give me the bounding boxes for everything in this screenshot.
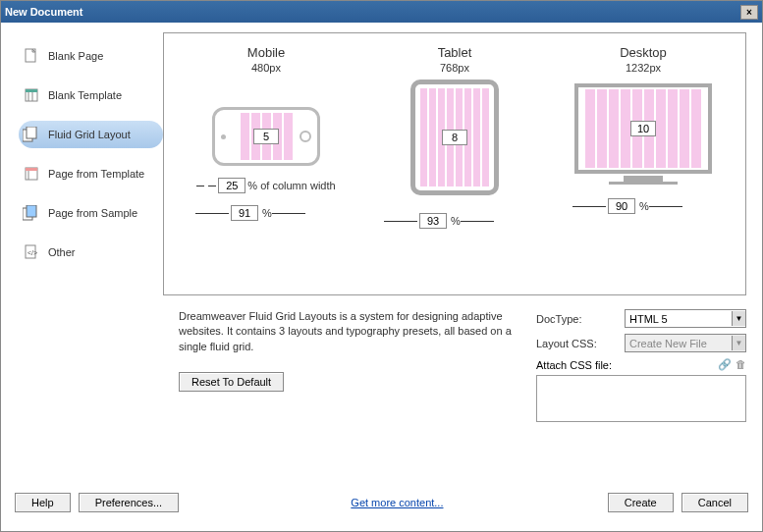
desktop-width-input[interactable] <box>608 198 635 214</box>
sidebar-item-other[interactable]: </> Other <box>19 239 163 266</box>
layoutcss-label: Layout CSS: <box>536 338 625 349</box>
desktop-columns-input[interactable] <box>630 121 656 136</box>
svg-rect-6 <box>27 127 36 138</box>
titlebar: New Document × <box>1 1 762 23</box>
create-button[interactable]: Create <box>608 493 674 512</box>
doctype-label: DocType: <box>536 313 625 325</box>
page-template-icon <box>23 166 40 182</box>
footer: Help Preferences... Get more content... … <box>1 484 762 521</box>
template-icon <box>23 87 40 103</box>
sidebar: Blank Page Blank Template Fluid Grid Lay… <box>11 32 163 474</box>
mobile-col-pct-input[interactable] <box>218 178 245 193</box>
attach-css-label: Attach CSS file: <box>536 359 718 371</box>
sidebar-label: Page from Template <box>48 168 144 180</box>
help-button[interactable]: Help <box>15 493 71 512</box>
description-text: Dreamweaver Fluid Grid Layouts is a syst… <box>179 309 526 354</box>
sidebar-label: Page from Sample <box>48 207 137 219</box>
layoutcss-value: Create New File <box>629 338 707 349</box>
mobile-title: Mobile <box>247 45 285 60</box>
sidebar-item-blank-template[interactable]: Blank Template <box>19 81 163 109</box>
reset-button[interactable]: Reset To Default <box>179 372 284 392</box>
mobile-column: Mobile 480px % of column width <box>172 45 360 283</box>
fluid-grid-icon <box>23 127 40 142</box>
sidebar-item-blank-page[interactable]: Blank Page <box>19 42 163 70</box>
pct-symbol: % <box>639 200 649 212</box>
cancel-button[interactable]: Cancel <box>681 493 748 512</box>
attach-css-list[interactable] <box>536 375 746 422</box>
link-icon[interactable]: 🔗 <box>718 358 732 371</box>
chevron-down-icon: ▼ <box>732 336 745 350</box>
page-sample-icon <box>23 205 40 221</box>
tablet-width-input[interactable] <box>419 213 447 229</box>
svg-rect-2 <box>26 89 37 92</box>
sidebar-label: Other <box>48 246 76 258</box>
window-title: New Document <box>5 6 82 18</box>
sidebar-item-fluid-grid[interactable]: Fluid Grid Layout <box>19 121 163 148</box>
tablet-sub: 768px <box>440 62 469 74</box>
tablet-column: Tablet 768px % <box>360 45 549 283</box>
tablet-title: Tablet <box>438 45 472 60</box>
mobile-sub: 480px <box>251 62 281 74</box>
desktop-title: Desktop <box>620 45 667 60</box>
desktop-device-icon <box>574 83 712 174</box>
pct-symbol: % <box>262 207 272 219</box>
preferences-button[interactable]: Preferences... <box>79 493 179 512</box>
tablet-columns-input[interactable] <box>442 130 467 145</box>
layout-panel: Mobile 480px % of column width <box>163 32 746 295</box>
tablet-device-icon <box>410 80 499 195</box>
col-pct-label: % of column width <box>247 180 335 191</box>
mobile-device-icon <box>212 107 320 166</box>
get-more-content-link[interactable]: Get more content... <box>351 497 443 508</box>
trash-icon[interactable]: 🗑 <box>736 358 746 371</box>
close-button[interactable]: × <box>740 5 758 20</box>
desktop-sub: 1232px <box>626 62 661 74</box>
desktop-column: Desktop 1232px <box>549 45 737 283</box>
sidebar-item-page-sample[interactable]: Page from Sample <box>19 199 163 227</box>
mobile-columns-input[interactable] <box>253 129 279 144</box>
page-icon <box>23 48 40 64</box>
layoutcss-select: Create New File ▼ <box>625 334 746 352</box>
pct-symbol: % <box>451 215 461 227</box>
sidebar-label: Blank Page <box>48 50 103 62</box>
svg-rect-11 <box>27 205 36 217</box>
sidebar-item-page-template[interactable]: Page from Template <box>19 160 163 187</box>
doctype-select[interactable]: HTML 5 ▼ <box>625 309 746 328</box>
code-icon: </> <box>23 244 40 260</box>
sidebar-label: Fluid Grid Layout <box>48 129 131 140</box>
svg-rect-8 <box>26 168 37 171</box>
chevron-down-icon: ▼ <box>732 311 745 326</box>
doctype-value: HTML 5 <box>629 313 668 325</box>
sidebar-label: Blank Template <box>48 89 122 101</box>
mobile-width-input[interactable] <box>231 205 258 221</box>
svg-text:</>: </> <box>27 249 37 256</box>
